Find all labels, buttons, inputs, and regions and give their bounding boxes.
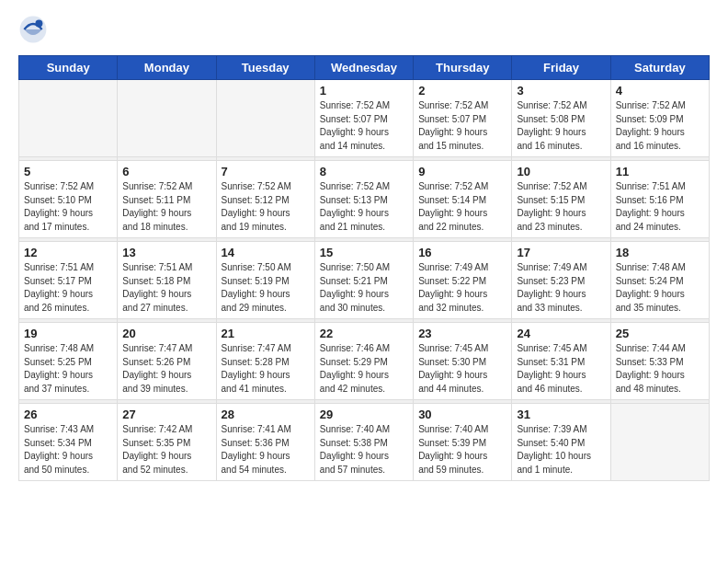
day-number: 24 [517,327,605,340]
day-info: Sunrise: 7:43 AM Sunset: 5:34 PM Dayligh… [24,423,112,477]
calendar-cell: 17Sunrise: 7:49 AM Sunset: 5:23 PM Dayli… [512,242,610,319]
calendar-cell: 18Sunrise: 7:48 AM Sunset: 5:24 PM Dayli… [610,242,709,319]
day-number: 10 [517,165,605,178]
calendar-cell: 29Sunrise: 7:40 AM Sunset: 5:38 PM Dayli… [314,404,413,481]
day-info: Sunrise: 7:49 AM Sunset: 5:23 PM Dayligh… [517,261,605,315]
day-info: Sunrise: 7:41 AM Sunset: 5:36 PM Dayligh… [222,423,310,477]
day-info: Sunrise: 7:44 AM Sunset: 5:33 PM Dayligh… [616,342,704,396]
day-info: Sunrise: 7:52 AM Sunset: 5:09 PM Dayligh… [616,99,704,153]
calendar-cell: 27Sunrise: 7:42 AM Sunset: 5:35 PM Dayli… [118,404,216,481]
calendar-week-row: 5Sunrise: 7:52 AM Sunset: 5:10 PM Daylig… [19,161,710,238]
svg-point-1 [35,20,42,28]
calendar-cell: 28Sunrise: 7:41 AM Sunset: 5:36 PM Dayli… [216,404,314,481]
day-info: Sunrise: 7:48 AM Sunset: 5:24 PM Dayligh… [616,261,704,315]
calendar-table: SundayMondayTuesdayWednesdayThursdayFrid… [18,55,710,481]
calendar-cell: 12Sunrise: 7:51 AM Sunset: 5:17 PM Dayli… [19,242,118,319]
day-number: 3 [517,84,605,98]
day-header-wednesday: Wednesday [314,56,413,80]
calendar-cell: 22Sunrise: 7:46 AM Sunset: 5:29 PM Dayli… [314,323,413,400]
day-info: Sunrise: 7:51 AM Sunset: 5:17 PM Dayligh… [24,261,112,315]
day-info: Sunrise: 7:45 AM Sunset: 5:31 PM Dayligh… [517,342,605,396]
day-info: Sunrise: 7:47 AM Sunset: 5:28 PM Dayligh… [222,342,310,396]
day-number: 17 [517,246,605,259]
calendar-cell: 19Sunrise: 7:48 AM Sunset: 5:25 PM Dayli… [19,323,118,400]
day-info: Sunrise: 7:52 AM Sunset: 5:07 PM Dayligh… [320,99,408,153]
calendar-cell: 2Sunrise: 7:52 AM Sunset: 5:07 PM Daylig… [414,80,512,157]
calendar-cell: 7Sunrise: 7:52 AM Sunset: 5:12 PM Daylig… [216,161,314,238]
day-header-monday: Monday [118,56,216,80]
day-number: 14 [222,246,310,259]
calendar-cell [19,80,118,157]
day-number: 16 [418,246,506,259]
day-number: 20 [122,327,210,340]
calendar-cell: 20Sunrise: 7:47 AM Sunset: 5:26 PM Dayli… [118,323,216,400]
day-number: 7 [222,165,310,178]
day-header-sunday: Sunday [19,56,118,80]
calendar-cell [610,404,709,481]
day-number: 25 [616,327,704,340]
day-number: 9 [418,165,506,178]
day-info: Sunrise: 7:51 AM Sunset: 5:18 PM Dayligh… [122,261,210,315]
day-info: Sunrise: 7:40 AM Sunset: 5:39 PM Dayligh… [418,423,506,477]
day-info: Sunrise: 7:48 AM Sunset: 5:25 PM Dayligh… [24,342,112,396]
calendar-cell: 25Sunrise: 7:44 AM Sunset: 5:33 PM Dayli… [610,323,709,400]
day-number: 28 [222,408,310,421]
day-number: 27 [122,408,210,421]
calendar-cell: 9Sunrise: 7:52 AM Sunset: 5:14 PM Daylig… [414,161,512,238]
calendar-cell: 16Sunrise: 7:49 AM Sunset: 5:22 PM Dayli… [414,242,512,319]
day-info: Sunrise: 7:40 AM Sunset: 5:38 PM Dayligh… [320,423,408,477]
day-info: Sunrise: 7:52 AM Sunset: 5:11 PM Dayligh… [122,180,210,234]
day-header-saturday: Saturday [610,56,709,80]
day-number: 29 [320,408,408,421]
day-info: Sunrise: 7:52 AM Sunset: 5:08 PM Dayligh… [517,99,605,153]
calendar-cell: 1Sunrise: 7:52 AM Sunset: 5:07 PM Daylig… [314,80,413,157]
day-number: 12 [24,246,112,259]
logo-icon [18,15,48,44]
day-info: Sunrise: 7:52 AM Sunset: 5:13 PM Dayligh… [320,180,408,234]
day-info: Sunrise: 7:42 AM Sunset: 5:35 PM Dayligh… [122,423,210,477]
calendar-cell: 21Sunrise: 7:47 AM Sunset: 5:28 PM Dayli… [216,323,314,400]
day-info: Sunrise: 7:52 AM Sunset: 5:14 PM Dayligh… [418,180,506,234]
calendar-cell [216,80,314,157]
calendar-cell [118,80,216,157]
day-number: 19 [24,327,112,340]
day-info: Sunrise: 7:51 AM Sunset: 5:16 PM Dayligh… [616,180,704,234]
day-number: 2 [418,84,506,98]
calendar-cell: 5Sunrise: 7:52 AM Sunset: 5:10 PM Daylig… [19,161,118,238]
day-info: Sunrise: 7:52 AM Sunset: 5:10 PM Dayligh… [24,180,112,234]
day-number: 31 [517,408,605,421]
day-info: Sunrise: 7:49 AM Sunset: 5:22 PM Dayligh… [418,261,506,315]
day-info: Sunrise: 7:50 AM Sunset: 5:19 PM Dayligh… [222,261,310,315]
day-number: 21 [222,327,310,340]
day-header-tuesday: Tuesday [216,56,314,80]
calendar-cell: 3Sunrise: 7:52 AM Sunset: 5:08 PM Daylig… [512,80,610,157]
calendar-cell: 13Sunrise: 7:51 AM Sunset: 5:18 PM Dayli… [118,242,216,319]
calendar-cell: 4Sunrise: 7:52 AM Sunset: 5:09 PM Daylig… [610,80,709,157]
calendar-cell: 14Sunrise: 7:50 AM Sunset: 5:19 PM Dayli… [216,242,314,319]
day-info: Sunrise: 7:52 AM Sunset: 5:15 PM Dayligh… [517,180,605,234]
day-number: 15 [320,246,408,259]
calendar-week-row: 26Sunrise: 7:43 AM Sunset: 5:34 PM Dayli… [19,404,710,481]
day-number: 5 [24,165,112,178]
day-info: Sunrise: 7:45 AM Sunset: 5:30 PM Dayligh… [418,342,506,396]
day-info: Sunrise: 7:50 AM Sunset: 5:21 PM Dayligh… [320,261,408,315]
day-number: 23 [418,327,506,340]
day-number: 6 [122,165,210,178]
calendar-week-row: 12Sunrise: 7:51 AM Sunset: 5:17 PM Dayli… [19,242,710,319]
calendar-cell: 15Sunrise: 7:50 AM Sunset: 5:21 PM Dayli… [314,242,413,319]
day-header-friday: Friday [512,56,610,80]
day-info: Sunrise: 7:47 AM Sunset: 5:26 PM Dayligh… [122,342,210,396]
day-info: Sunrise: 7:52 AM Sunset: 5:12 PM Dayligh… [222,180,310,234]
calendar-cell: 11Sunrise: 7:51 AM Sunset: 5:16 PM Dayli… [610,161,709,238]
day-number: 11 [616,165,704,178]
calendar-cell: 31Sunrise: 7:39 AM Sunset: 5:40 PM Dayli… [512,404,610,481]
calendar-cell: 26Sunrise: 7:43 AM Sunset: 5:34 PM Dayli… [19,404,118,481]
calendar-week-row: 1Sunrise: 7:52 AM Sunset: 5:07 PM Daylig… [19,80,710,157]
day-number: 30 [418,408,506,421]
day-number: 22 [320,327,408,340]
day-number: 1 [320,84,408,98]
day-number: 4 [616,84,704,98]
calendar-cell: 6Sunrise: 7:52 AM Sunset: 5:11 PM Daylig… [118,161,216,238]
calendar-header-row: SundayMondayTuesdayWednesdayThursdayFrid… [19,56,710,80]
page-header [18,15,710,44]
